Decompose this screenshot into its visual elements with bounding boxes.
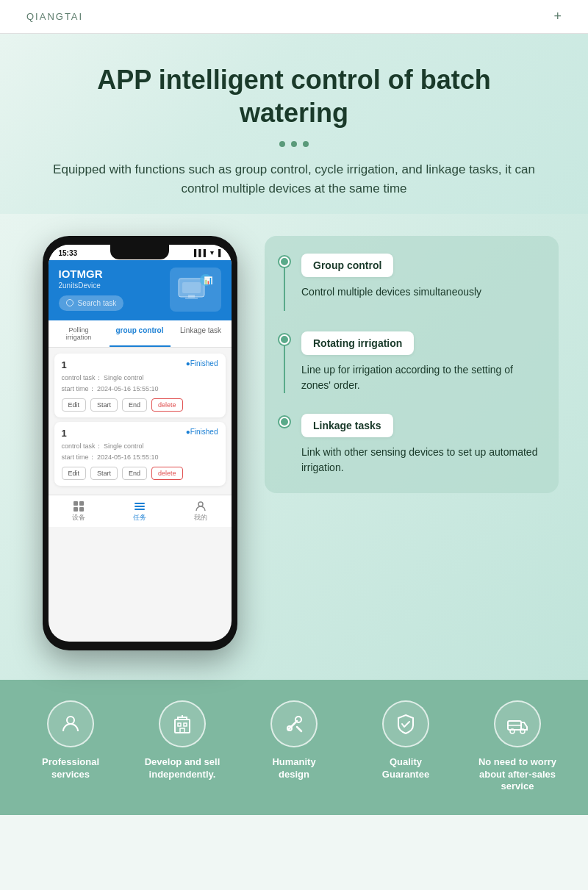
timeline-line-1 (284, 267, 285, 311)
svg-point-13 (198, 502, 203, 506)
start-button-2[interactable]: Start (90, 467, 118, 480)
dot-2 (291, 141, 297, 147)
humanity-icon-circle (270, 700, 318, 747)
task-status-2: ●Finished (186, 428, 218, 439)
feature-group-control: Group control Control multiple devices s… (279, 254, 544, 311)
svg-text:📊: 📊 (204, 276, 213, 285)
task-num-1: 1 (62, 359, 67, 370)
svg-rect-16 (178, 723, 181, 726)
task-card-1: 1 ●Finished control task： Single control… (54, 354, 226, 417)
tab-polling[interactable]: Pollingirrigation (49, 320, 110, 347)
professional-label: Professionalservices (21, 756, 121, 781)
aftersales-label: No need to worryabout after-salesservice (467, 756, 567, 794)
svg-line-21 (297, 727, 301, 731)
shield-icon (394, 712, 417, 736)
delete-button-1[interactable]: delete (151, 398, 183, 412)
list-icon (133, 501, 146, 512)
app-header: IOTMGR 2unitsDevice Search task (49, 260, 232, 320)
hero-section: APP intelligent control of batch waterin… (0, 34, 588, 214)
end-button-2[interactable]: End (122, 467, 147, 480)
phone-mockup: 15:33 ▌▌▌ ▾ ▐ IOTMGR 2unitsDevice (43, 236, 237, 650)
delivery-icon (506, 712, 529, 736)
bottom-item-quality: QualityGuarantee (350, 700, 462, 781)
nav-devices[interactable]: 设备 (49, 495, 110, 527)
svg-rect-17 (184, 723, 187, 726)
timeline-line-2 (284, 345, 285, 393)
hero-dots (44, 141, 544, 147)
bottom-item-aftersales: No need to worryabout after-salesservice (462, 700, 573, 794)
nav-tasks[interactable]: 任务 (110, 495, 171, 527)
svg-rect-8 (74, 507, 78, 512)
feature-desc-1: Control multiple devices simultaneously (301, 284, 544, 300)
person-nav-icon (194, 501, 207, 512)
quality-label: QualityGuarantee (356, 756, 456, 781)
phone-nav: 设备 任务 我的 (49, 495, 232, 527)
task-control-1: control task： Single control (62, 373, 218, 383)
tab-group-control[interactable]: group control (110, 320, 171, 347)
feature-tag-3: Linkage tasks (301, 414, 393, 437)
brand-title: QIANGTAI (26, 11, 83, 22)
person-services-icon (59, 712, 82, 736)
battery-icon: ▐ (216, 249, 220, 256)
hero-title: APP intelligent control of batch waterin… (44, 63, 544, 129)
feature-linkage: Linkage tasks Link with other sensing de… (279, 414, 544, 475)
phone-container: 15:33 ▌▌▌ ▾ ▐ IOTMGR 2unitsDevice (29, 236, 250, 650)
start-button-1[interactable]: Start (90, 398, 118, 412)
task-actions-2: Edit Start End delete (62, 467, 218, 480)
svg-rect-11 (135, 506, 145, 507)
feature-rotating: Rotating irrigation Line up for irrigati… (279, 331, 544, 393)
bottom-item-humanity: Humanitydesign (238, 700, 350, 781)
nav-label-tasks: 任务 (112, 513, 168, 523)
app-tabs: Pollingirrigation group control Linkage … (49, 320, 232, 348)
phone-time: 15:33 (59, 249, 78, 257)
building-icon (171, 712, 194, 736)
features-panel: Group control Control multiple devices s… (265, 236, 559, 493)
search-placeholder: Search task (78, 299, 117, 307)
svg-rect-2 (188, 295, 195, 298)
bottom-item-professional: Professionalservices (15, 700, 126, 781)
delete-button-2[interactable]: delete (151, 467, 183, 480)
svg-rect-6 (74, 501, 78, 506)
plus-button[interactable]: + (553, 9, 562, 24)
task-control-2: control task： Single control (62, 442, 218, 451)
humanity-label: Humanitydesign (244, 756, 344, 781)
end-button-1[interactable]: End (122, 398, 147, 412)
nav-profile[interactable]: 我的 (171, 495, 232, 527)
hero-description: Equipped with functions such as group co… (44, 160, 544, 199)
tab-linkage[interactable]: Linkage task (171, 320, 232, 347)
dot-1 (279, 141, 285, 147)
svg-rect-1 (182, 282, 201, 293)
task-status-1: ●Finished (186, 359, 218, 370)
nav-label-devices: 设备 (51, 513, 107, 523)
status-icons: ▌▌▌ ▾ ▐ (194, 249, 221, 256)
edit-button-2[interactable]: Edit (62, 467, 87, 480)
task-card-2: 1 ●Finished control task： Single control… (54, 422, 226, 486)
search-bar[interactable]: Search task (59, 295, 124, 311)
svg-point-14 (67, 717, 74, 724)
task-actions-1: Edit Start End delete (62, 398, 218, 412)
bottom-item-develop: Develop and sellindependently. (126, 700, 238, 781)
phone-screen: 15:33 ▌▌▌ ▾ ▐ IOTMGR 2unitsDevice (49, 245, 232, 642)
dot-3 (303, 141, 309, 147)
develop-icon-circle (159, 700, 206, 747)
timeline-dot-2 (279, 334, 290, 345)
feature-desc-2: Line up for irrigation according to the … (301, 362, 544, 393)
develop-label: Develop and sellindependently. (132, 756, 232, 781)
phone-notch (110, 245, 169, 259)
svg-rect-10 (135, 503, 145, 504)
quality-icon-circle (382, 700, 429, 747)
timeline-dot-1 (279, 256, 290, 267)
nav-label-profile: 我的 (173, 513, 229, 523)
professional-icon-circle (47, 700, 94, 747)
timeline-dot-3 (279, 417, 290, 427)
feature-tag-1: Group control (301, 254, 393, 277)
app-logo: IOTMGR (59, 268, 124, 280)
tools-icon (282, 712, 306, 736)
task-time-2: start time： 2024-05-16 15:55:10 (62, 453, 218, 462)
edit-button-1[interactable]: Edit (62, 398, 87, 412)
device-count: 2unitsDevice (59, 281, 124, 290)
svg-rect-15 (175, 719, 190, 733)
svg-line-19 (288, 721, 297, 730)
feature-tag-2: Rotating irrigation (301, 331, 414, 355)
svg-rect-3 (185, 298, 198, 299)
